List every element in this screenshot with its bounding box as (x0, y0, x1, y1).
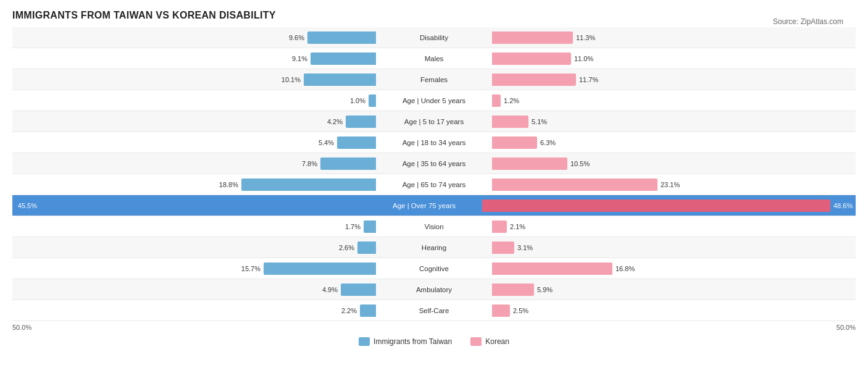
right-value: 6.3% (540, 139, 562, 146)
table-row: 2.6% Hearing 3.1% (12, 237, 856, 258)
row-label: Hearing (378, 244, 490, 251)
left-bar-container: 45.5% (12, 195, 369, 216)
left-bar (337, 136, 376, 149)
legend-box-pink (470, 337, 482, 346)
left-bar (357, 242, 376, 254)
left-value: 2.6% (332, 244, 354, 251)
left-bar-container: 9.6% (12, 27, 378, 48)
right-bar-container: 2.5% (490, 300, 856, 321)
left-bar (40, 200, 366, 212)
right-bar-container: 23.1% (490, 174, 856, 195)
right-bar-container: 1.2% (490, 90, 856, 111)
table-row: 15.7% Cognitive 16.8% (12, 258, 856, 279)
row-label: Self-Care (378, 307, 490, 314)
right-bar-container: 11.0% (490, 48, 856, 69)
left-bar-container: 7.8% (12, 153, 378, 174)
legend-item-blue: Immigrants from Taiwan (359, 337, 452, 346)
legend-label-blue: Immigrants from Taiwan (373, 337, 452, 346)
row-label: Age | Under 5 years (378, 97, 490, 104)
right-value: 1.2% (504, 97, 526, 104)
left-bar-container: 10.1% (12, 69, 378, 90)
table-row: 45.5% Age | Over 75 years 48.6% (12, 195, 856, 216)
table-row: 10.1% Females 11.7% (12, 69, 856, 90)
row-label: Disability (378, 34, 490, 41)
right-bar (492, 262, 612, 275)
left-bar-container: 9.1% (12, 48, 378, 69)
right-bar (482, 200, 830, 212)
table-row: 4.2% Age | 5 to 17 years 5.1% (12, 111, 856, 132)
source-label: Source: ZipAtlas.com (773, 17, 843, 26)
left-bar (320, 158, 376, 170)
row-label: Age | Over 75 years (369, 202, 480, 209)
left-bar-container: 5.4% (12, 132, 378, 153)
right-value: 48.6% (833, 202, 856, 209)
left-bar-container: 2.2% (12, 300, 378, 321)
left-bar (360, 304, 376, 317)
left-value: 1.7% (338, 223, 361, 230)
chart-title: IMMIGRANTS FROM TAIWAN VS KOREAN DISABIL… (12, 10, 856, 21)
left-value: 5.4% (312, 139, 334, 146)
left-bar (241, 178, 376, 191)
left-bar (264, 262, 376, 275)
row-label: Age | 18 to 34 years (378, 139, 490, 146)
left-value: 45.5% (15, 202, 37, 209)
left-bar (311, 52, 376, 65)
legend-item-pink: Korean (470, 337, 509, 346)
right-value: 11.3% (576, 34, 598, 41)
left-bar-container: 4.9% (12, 279, 378, 300)
left-bar-container: 2.6% (12, 237, 378, 258)
table-row: 4.9% Ambulatory 5.9% (12, 279, 856, 300)
table-row: 7.8% Age | 35 to 64 years 10.5% (12, 153, 856, 174)
left-value: 18.8% (216, 181, 238, 188)
right-value: 10.5% (570, 160, 593, 167)
table-row: 1.7% Vision 2.1% (12, 216, 856, 237)
row-label: Age | 5 to 17 years (378, 118, 490, 125)
left-bar (369, 94, 376, 107)
row-label: Vision (378, 223, 490, 230)
right-bar (492, 178, 657, 191)
left-bar-container: 4.2% (12, 111, 378, 132)
left-bar (304, 74, 376, 86)
right-bar-container: 5.1% (490, 111, 856, 132)
right-bar (492, 284, 534, 296)
right-value: 16.8% (616, 265, 638, 272)
table-row: 9.1% Males 11.0% (12, 48, 856, 69)
table-row: 18.8% Age | 65 to 74 years 23.1% (12, 174, 856, 195)
legend-box-blue (359, 337, 370, 346)
row-label: Females (378, 76, 490, 83)
right-value: 23.1% (661, 181, 683, 188)
left-value: 4.2% (320, 118, 343, 125)
table-row: 1.0% Age | Under 5 years 1.2% (12, 90, 856, 111)
right-bar (492, 304, 510, 317)
legend: Immigrants from Taiwan Korean (12, 337, 856, 346)
right-value: 2.5% (513, 307, 535, 314)
left-value: 4.9% (315, 286, 338, 293)
right-bar (492, 242, 514, 254)
right-value: 5.9% (537, 286, 559, 293)
table-row: 5.4% Age | 18 to 34 years 6.3% (12, 132, 856, 153)
row-label: Age | 65 to 74 years (378, 181, 490, 188)
left-value: 10.1% (278, 76, 301, 83)
right-bar-container: 11.7% (490, 69, 856, 90)
right-bar-container: 16.8% (490, 258, 856, 279)
right-value: 2.1% (510, 223, 532, 230)
table-row: 2.2% Self-Care 2.5% (12, 300, 856, 321)
legend-label-pink: Korean (485, 337, 509, 346)
right-value: 3.1% (517, 244, 540, 251)
row-label: Age | 35 to 64 years (378, 160, 490, 167)
axis-labels: 50.0% 50.0% (12, 324, 856, 331)
right-value: 5.1% (532, 118, 554, 125)
chart-area: 9.6% Disability 11.3% 9.1% Males 11.0% 1… (12, 27, 856, 346)
right-bar-container: 6.3% (490, 132, 856, 153)
right-value: 11.0% (574, 55, 596, 62)
row-label: Cognitive (378, 265, 490, 272)
left-bar-container: 18.8% (12, 174, 378, 195)
right-bar-container: 2.1% (490, 216, 856, 237)
right-bar-container: 48.6% (480, 195, 856, 216)
left-bar (364, 220, 376, 233)
right-bar (492, 52, 571, 65)
right-bar-container: 3.1% (490, 237, 856, 258)
left-value: 9.1% (285, 55, 307, 62)
axis-right: 50.0% (837, 324, 856, 331)
left-bar-container: 1.0% (12, 90, 378, 111)
